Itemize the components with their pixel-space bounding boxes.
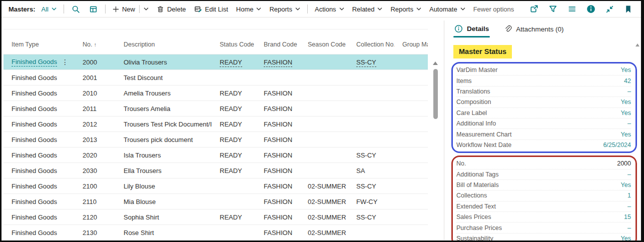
related-menu[interactable]: Related <box>348 6 387 13</box>
fewer-options-button[interactable]: Fewer options <box>469 6 518 13</box>
delete-button[interactable]: Delete <box>153 6 190 13</box>
view-filter-dropdown[interactable]: All <box>37 6 60 13</box>
cell-brand-code: FASHION <box>256 132 300 148</box>
table-row[interactable]: Finished Goods2012Trousers Test Pick Doc… <box>4 116 428 132</box>
field-value[interactable]: 42 <box>624 78 631 84</box>
edit-list-label: Edit List <box>205 6 228 13</box>
panel-scroll-up-icon[interactable] <box>635 44 639 46</box>
table-row[interactable]: Finished Goods2100Lily BlouseFASHION02-S… <box>4 178 428 194</box>
info-icon[interactable] <box>582 4 600 14</box>
cell-value: Sophia Shirt <box>124 214 159 221</box>
cell-collection-no <box>348 225 394 240</box>
table-row[interactable]: Finished Goods2120Sophia ShirtREADYFASHI… <box>4 210 428 225</box>
column-header-item-type[interactable]: Item Type <box>4 30 75 54</box>
automate-menu[interactable]: Automate <box>425 6 469 13</box>
cell-value: Trousers Amelia <box>124 105 170 112</box>
new-button[interactable]: New <box>109 5 153 13</box>
tab-attachments[interactable]: Attachments (0) <box>504 25 563 38</box>
cell-item-type: Finished Goods <box>4 148 75 163</box>
field-label: Items <box>456 78 472 84</box>
share-icon[interactable] <box>525 4 543 14</box>
table-row[interactable]: Finished Goods2110Mia BlouseFASHION02-SU… <box>4 194 428 210</box>
cell-value: FASHION <box>264 214 292 221</box>
chevron-down-icon <box>460 8 465 10</box>
reports-menu-2[interactable]: Reports <box>386 6 425 13</box>
analysis-mode-icon[interactable] <box>85 5 102 14</box>
field-label: Workflow Next Date <box>456 142 511 148</box>
chevron-down-icon[interactable] <box>144 8 149 10</box>
collapse-icon[interactable] <box>601 5 618 14</box>
scrollbar-thumb[interactable] <box>433 69 438 119</box>
field-value[interactable]: Yes <box>621 235 631 242</box>
table-row[interactable]: Finished Goods⋮2000Olivia TrousersREADYF… <box>4 54 428 70</box>
table-row[interactable]: Finished Goods2013Trousers pick document… <box>4 132 428 148</box>
field-value[interactable]: Yes <box>621 131 631 138</box>
table-row[interactable]: Finished Goods2020Isla TrousersREADYFASH… <box>4 148 428 163</box>
field-value[interactable]: Yes <box>621 98 631 106</box>
field-value[interactable]: Yes <box>621 66 631 74</box>
cell-no: 2100 <box>75 178 116 194</box>
field-label: Composition <box>456 98 491 106</box>
table-row[interactable]: Finished Goods2130Rose ShirtFASHION02-SU… <box>4 225 428 240</box>
column-header-brand-code[interactable]: Brand Code <box>256 30 300 54</box>
field-value[interactable]: 6/25/2024 <box>603 142 631 148</box>
split-button-divider <box>139 5 140 13</box>
cell-collection-no: SA <box>348 163 394 178</box>
tab-details[interactable]: Details <box>454 24 489 38</box>
field-value[interactable]: 1 <box>627 192 631 199</box>
home-menu[interactable]: Home <box>232 6 266 13</box>
field-value[interactable]: Yes <box>621 182 631 188</box>
factbox-field-row: Translations– <box>456 86 631 97</box>
cell-description: Mia Blouse <box>116 194 212 210</box>
cell-value[interactable]: Finished Goods <box>12 58 57 66</box>
chevron-down-icon <box>52 8 57 10</box>
bookmark-icon[interactable] <box>619 5 637 14</box>
column-header-status-code[interactable]: Status Code <box>212 30 256 54</box>
field-value[interactable]: 15 <box>624 214 631 220</box>
cell-value: 2030 <box>83 167 97 174</box>
column-header-no[interactable]: No.↑ <box>75 30 116 54</box>
cell-no: 2030 <box>75 163 116 178</box>
cell-brand-code: FASHION <box>256 148 300 163</box>
factbox-field-row: Care LabelYes <box>456 108 631 118</box>
factbox-field-row: Extended Text– <box>456 202 631 212</box>
field-value[interactable]: – <box>627 224 631 232</box>
table-row[interactable]: Finished Goods2030Ella TrousersREADYFASH… <box>4 163 428 178</box>
choose-columns-icon[interactable] <box>563 4 581 14</box>
cell-value: Finished Goods <box>12 105 57 112</box>
toolbar-separator <box>307 4 308 14</box>
cell-item-type: Finished Goods <box>4 101 75 116</box>
cell-season-code <box>300 70 348 86</box>
field-value[interactable]: Yes <box>621 110 631 116</box>
column-header-description[interactable]: Description <box>116 30 212 54</box>
cell-season-code: 02-SUMMER <box>300 178 348 194</box>
column-header-group-master[interactable]: Group Master <box>394 30 428 54</box>
field-value[interactable]: – <box>627 120 631 127</box>
cell-group-master <box>394 86 428 101</box>
reports-menu[interactable]: Reports <box>265 6 304 13</box>
row-more-options-icon[interactable]: ⋮ <box>60 58 71 66</box>
search-icon[interactable] <box>67 5 85 14</box>
table-row[interactable]: Finished Goods2001Test Discount <box>4 70 428 86</box>
cell-item-type: Finished Goods <box>4 86 75 101</box>
cell-group-master <box>394 225 428 240</box>
field-value[interactable]: – <box>627 88 631 95</box>
column-header-collection-no[interactable]: Collection No. <box>348 30 394 54</box>
field-label: Collections <box>456 192 487 199</box>
cell-group-master <box>394 101 428 116</box>
vertical-scrollbar[interactable] <box>430 60 441 240</box>
field-label: Care Label <box>456 110 487 116</box>
scroll-up-icon[interactable] <box>433 62 438 65</box>
filter-icon[interactable] <box>544 4 562 14</box>
column-header-label: Status Code <box>220 41 254 48</box>
actions-menu[interactable]: Actions <box>311 6 348 13</box>
table-row[interactable]: Finished Goods2011Trousers AmeliaREADYFA… <box>4 101 428 116</box>
field-value[interactable]: – <box>627 203 631 210</box>
cell-item-type: Finished Goods <box>4 163 75 178</box>
column-header-season-code[interactable]: Season Code <box>300 30 348 54</box>
cell-value: Test Discount <box>124 74 163 82</box>
cell-value: READY <box>220 105 242 112</box>
table-row[interactable]: Finished Goods2010Amelia TrousersREADYFA… <box>4 86 428 101</box>
edit-list-button[interactable]: Edit List <box>190 5 232 13</box>
field-value[interactable]: – <box>627 171 631 178</box>
